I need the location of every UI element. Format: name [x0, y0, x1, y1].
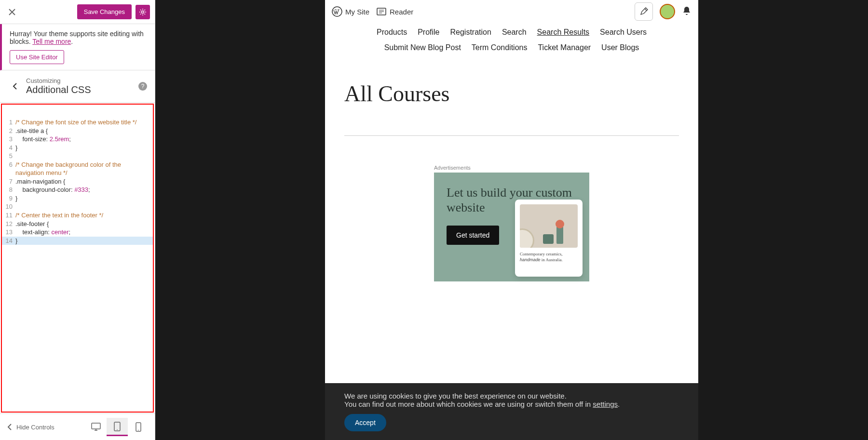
use-site-editor-button[interactable]: Use Site Editor [10, 50, 64, 64]
code-line[interactable]: 12.site-footer { [2, 220, 153, 228]
ad-cta-button[interactable]: Get started [447, 226, 499, 245]
write-button[interactable] [635, 2, 653, 21]
divider [344, 135, 679, 136]
tablet-preview-button[interactable] [107, 418, 128, 436]
code-line[interactable]: 10 [2, 202, 153, 211]
nav-link[interactable]: Term Conditions [472, 43, 528, 52]
line-number: 7 [2, 177, 15, 186]
section-subtitle: Customizing [26, 77, 138, 84]
cookie-line2a: You can find out more about which cookie… [344, 400, 593, 408]
code-line[interactable]: 4} [2, 144, 153, 152]
site-navigation: ProductsProfileRegistrationSearchSearch … [325, 23, 698, 62]
line-content[interactable]: /* Center the text in the footer */ [15, 211, 153, 220]
cookie-bar: We are using cookies to give you the bes… [325, 383, 698, 440]
line-content[interactable]: font-size: 2.5rem; [15, 135, 153, 144]
nav-link[interactable]: Products [377, 28, 407, 37]
nav-link[interactable]: User Blogs [601, 43, 639, 52]
line-number: 9 [2, 194, 15, 203]
nav-link[interactable]: Search [502, 28, 527, 37]
line-content[interactable]: } [15, 144, 153, 152]
code-line[interactable]: 3 font-size: 2.5rem; [2, 135, 153, 144]
line-number: 5 [2, 152, 15, 160]
close-icon[interactable] [5, 5, 19, 19]
svg-point-3 [117, 429, 118, 430]
code-line[interactable]: 14} [2, 237, 153, 245]
my-site-link[interactable]: My Site [332, 6, 369, 17]
line-number: 2 [2, 127, 15, 135]
help-icon[interactable]: ? [138, 82, 147, 91]
section-title: Additional CSS [26, 84, 138, 95]
code-line[interactable]: 8 background-color: #333; [2, 186, 153, 194]
line-number: 3 [2, 135, 15, 144]
code-line[interactable]: 5 [2, 152, 153, 160]
line-number: 10 [2, 202, 15, 211]
notice-link[interactable]: Tell me more [32, 38, 71, 45]
nav-link[interactable]: Search Users [600, 28, 647, 37]
code-line[interactable]: 7.main-navigation { [2, 177, 153, 186]
line-content[interactable]: } [15, 194, 153, 203]
line-number: 11 [2, 211, 15, 220]
code-line[interactable]: 9} [2, 194, 153, 203]
svg-point-5 [138, 430, 139, 431]
notice-text: Hurray! Your theme supports site editing… [10, 30, 144, 45]
line-content[interactable] [15, 152, 153, 160]
ad-card-text: Contemporary ceramics, handmade in Austr… [520, 252, 578, 263]
hide-controls-label: Hide Controls [16, 424, 54, 431]
code-line[interactable]: 1/* Change the font size of the website … [2, 118, 153, 127]
ad-label: Advertisements [325, 165, 698, 173]
theme-notice: Hurray! Your theme supports site editing… [0, 24, 155, 70]
notification-icon[interactable] [682, 6, 692, 18]
hide-controls-button[interactable]: Hide Controls [6, 423, 54, 431]
settings-icon[interactable] [136, 5, 150, 19]
cookie-accept-button[interactable]: Accept [344, 414, 386, 431]
nav-link[interactable]: Ticket Manager [538, 43, 591, 52]
desktop-preview-button[interactable] [85, 418, 107, 436]
reader-label: Reader [390, 8, 413, 16]
nav-link[interactable]: Submit New Blog Post [384, 43, 461, 52]
code-line[interactable]: 11/* Center the text in the footer */ [2, 211, 153, 220]
device-toggle [85, 418, 149, 436]
code-line[interactable]: 6/* Change the background color of the n… [2, 160, 153, 177]
svg-point-6 [332, 7, 342, 16]
ad-card-image [520, 204, 578, 248]
page-title: All Courses [325, 62, 698, 116]
customizer-header: Save Changes [0, 0, 155, 24]
back-arrow-icon[interactable] [8, 79, 22, 93]
line-number: 4 [2, 144, 15, 152]
line-number: 1 [2, 118, 15, 127]
cookie-settings-link[interactable]: settings [593, 400, 618, 408]
save-button[interactable]: Save Changes [77, 4, 132, 19]
avatar[interactable] [660, 4, 675, 19]
line-content[interactable]: .main-navigation { [15, 177, 153, 186]
wp-bar-right [635, 2, 692, 21]
section-titles: Customizing Additional CSS [26, 77, 138, 95]
line-content[interactable]: } [15, 237, 153, 245]
nav-link[interactable]: Registration [450, 28, 491, 37]
ad-block[interactable]: Let us build your custom website Get sta… [434, 173, 589, 281]
nav-link[interactable]: Search Results [537, 28, 590, 37]
line-content[interactable]: text-align: center; [15, 228, 153, 237]
preview-frame: My Site Reader ProductsProfileRegistrati… [325, 0, 698, 440]
nav-link[interactable]: Profile [418, 28, 439, 37]
line-content[interactable]: /* Change the font size of the website t… [15, 118, 153, 127]
line-content[interactable]: /* Change the background color of the na… [15, 160, 153, 177]
line-number: 8 [2, 186, 15, 194]
svg-rect-1 [92, 423, 100, 429]
line-content[interactable]: .site-footer { [15, 220, 153, 228]
line-content[interactable]: .site-title a { [15, 127, 153, 135]
wordpress-bar: My Site Reader [325, 0, 698, 23]
mobile-preview-button[interactable] [128, 418, 149, 436]
code-line[interactable]: 13 text-align: center; [2, 228, 153, 237]
customizer-footer: Hide Controls [0, 413, 155, 440]
cookie-text: We are using cookies to give you the bes… [344, 392, 679, 408]
reader-link[interactable]: Reader [376, 6, 413, 17]
my-site-label: My Site [345, 8, 369, 16]
cookie-line1: We are using cookies to give you the bes… [344, 392, 567, 400]
line-content[interactable]: background-color: #333; [15, 186, 153, 194]
svg-point-0 [142, 11, 144, 13]
css-editor[interactable]: 1/* Change the font size of the website … [1, 104, 154, 413]
nav-row-1: ProductsProfileRegistrationSearchSearch … [344, 28, 679, 37]
code-line[interactable]: 2.site-title a { [2, 127, 153, 135]
line-content[interactable] [15, 202, 153, 211]
ad-card: Contemporary ceramics, handmade in Austr… [515, 200, 583, 277]
